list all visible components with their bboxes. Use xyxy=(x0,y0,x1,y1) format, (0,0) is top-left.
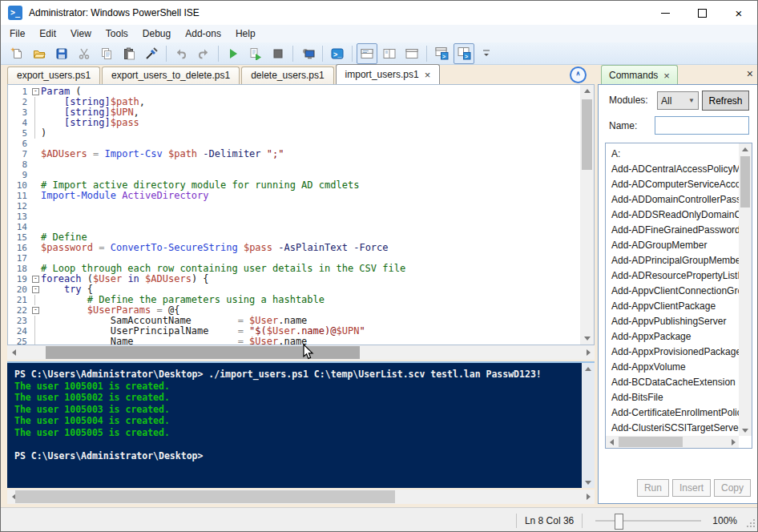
scroll-down-button[interactable] xyxy=(582,477,595,488)
scroll-down-button[interactable] xyxy=(580,332,594,345)
close-button[interactable]: × xyxy=(720,1,757,25)
scroll-down-button[interactable] xyxy=(739,425,752,436)
console-hscroll-thumb[interactable] xyxy=(15,490,395,503)
run-selection-button[interactable] xyxy=(245,43,266,64)
fold-gutter[interactable]: - xyxy=(31,274,41,284)
fold-collapse-icon[interactable]: - xyxy=(32,88,39,95)
editor-horizontal-scrollbar[interactable] xyxy=(7,345,595,360)
save-button[interactable] xyxy=(51,43,72,64)
menu-help[interactable]: Help xyxy=(228,25,263,42)
script-pane-badge-right-button[interactable]: > xyxy=(454,43,474,64)
fold-gutter[interactable]: - xyxy=(31,305,41,316)
open-script-button[interactable] xyxy=(29,43,50,64)
undo-button[interactable] xyxy=(171,43,192,64)
clear-console-pane-button[interactable] xyxy=(141,43,162,64)
command-list-item[interactable]: Add-ClusteriSCSITargetServerR xyxy=(606,421,739,436)
scroll-right-button[interactable] xyxy=(582,490,595,504)
fold-collapse-icon[interactable]: - xyxy=(32,286,39,293)
console-vertical-scrollbar[interactable] xyxy=(582,363,595,488)
modules-dropdown[interactable]: All ▼ xyxy=(657,91,699,110)
paste-button[interactable] xyxy=(119,43,139,64)
scroll-right-button[interactable] xyxy=(582,345,595,360)
console-pane[interactable]: PS C:\Users\Administrator\Desktop> ./imp… xyxy=(7,363,595,488)
scroll-right-button[interactable] xyxy=(728,436,739,448)
command-list-item[interactable]: Add-AppvClientPackage xyxy=(606,299,739,314)
new-script-button[interactable] xyxy=(6,43,27,64)
script-editor-pane[interactable]: 1-Param (2 [string]$path,3 [string]$UPN,… xyxy=(7,84,595,345)
command-list-item[interactable]: Add-ADDSReadOnlyDomainCo xyxy=(606,208,739,223)
stop-operation-button[interactable] xyxy=(268,43,288,64)
command-list-vertical-scrollbar[interactable] xyxy=(739,143,752,436)
scroll-left-button[interactable] xyxy=(606,436,617,448)
commands-tab-close-icon[interactable]: × xyxy=(663,71,670,81)
editor-vertical-scrollbar[interactable] xyxy=(580,85,594,345)
run-button[interactable]: Run xyxy=(637,479,669,497)
run-script-button[interactable] xyxy=(223,43,244,64)
fold-gutter[interactable]: - xyxy=(31,87,41,97)
show-script-pane-top-button[interactable] xyxy=(357,43,377,64)
console-output[interactable]: PS C:\Users\Administrator\Desktop> ./imp… xyxy=(14,369,580,488)
tab-close-icon[interactable]: × xyxy=(425,70,431,80)
scroll-up-button[interactable] xyxy=(739,143,752,155)
minimize-button[interactable] xyxy=(647,1,683,25)
command-list-item[interactable]: Add-ADFineGrainedPasswordP xyxy=(606,223,739,238)
title-bar[interactable]: >_ Administrator: Windows PowerShell ISE… xyxy=(1,1,757,25)
fold-collapse-icon[interactable]: - xyxy=(32,276,39,283)
command-list-item[interactable]: Add-AppxVolume xyxy=(606,360,739,375)
fold-collapse-icon[interactable]: - xyxy=(32,307,39,314)
menu-file[interactable]: File xyxy=(2,25,32,42)
zoom-slider-handle[interactable] xyxy=(615,514,623,530)
command-list-item[interactable]: Add-CertificateEnrollmentPolicy xyxy=(606,405,739,421)
console-horizontal-scrollbar[interactable] xyxy=(7,490,595,504)
tab-export_users_to_delete-ps1[interactable]: export_users_to_delete.ps1 xyxy=(102,66,240,84)
command-list-item[interactable]: Add-ADComputerServiceAccou xyxy=(606,177,739,192)
panel-close-icon[interactable]: × xyxy=(747,67,753,80)
command-list-item[interactable]: Add-AppvClientConnectionGro xyxy=(606,284,739,299)
command-list-item[interactable]: Add-ADPrincipalGroupMember xyxy=(606,253,739,268)
copy-button[interactable]: Copy xyxy=(714,479,751,497)
redo-button[interactable] xyxy=(193,43,214,64)
script-pane-badge-top-button[interactable]: > xyxy=(431,43,452,64)
scroll-left-button[interactable] xyxy=(7,345,20,360)
menu-view[interactable]: View xyxy=(63,25,99,42)
command-list-item[interactable]: A: xyxy=(606,147,739,162)
command-name-input[interactable] xyxy=(655,116,749,135)
start-powershell-exe-button[interactable]: >_ xyxy=(327,43,348,64)
tab-delete_users-ps1[interactable]: delete_users.ps1 xyxy=(241,66,333,84)
command-list[interactable]: A:Add-ADCentralAccessPolicyMeAdd-ADCompu… xyxy=(605,143,752,449)
command-list-item[interactable]: Add-AppxProvisionedPackage xyxy=(606,345,739,360)
tab-import_users-ps1[interactable]: import_users.ps1× xyxy=(336,64,441,84)
command-list-item[interactable]: Add-ADDomainControllerPassw xyxy=(606,192,739,208)
editor-vscroll-thumb[interactable] xyxy=(582,99,592,170)
menu-edit[interactable]: Edit xyxy=(32,25,63,42)
command-list-horizontal-scrollbar[interactable] xyxy=(606,436,739,448)
scroll-up-button[interactable] xyxy=(580,85,594,97)
command-list-item[interactable]: Add-AppvPublishingServer xyxy=(606,314,739,329)
menu-debug[interactable]: Debug xyxy=(135,25,178,42)
show-script-pane-maximized-button[interactable] xyxy=(401,43,422,64)
zoom-slider[interactable] xyxy=(595,520,701,522)
command-list-vscroll-thumb[interactable] xyxy=(740,156,750,208)
insert-button[interactable]: Insert xyxy=(672,479,711,497)
refresh-button[interactable]: Refresh xyxy=(702,91,749,111)
command-list-item[interactable]: Add-BCDataCacheExtension xyxy=(606,375,739,390)
collapse-script-pane-button[interactable]: ∧ xyxy=(570,66,587,83)
menu-addons[interactable]: Add-ons xyxy=(178,25,228,42)
maximize-button[interactable] xyxy=(683,1,720,25)
menu-tools[interactable]: Tools xyxy=(99,25,135,42)
cut-button[interactable] xyxy=(74,43,95,64)
command-list-hscroll-thumb[interactable] xyxy=(619,437,683,447)
command-list-item[interactable]: Add-ADCentralAccessPolicyMe xyxy=(606,162,739,177)
resize-grip[interactable] xyxy=(745,518,755,527)
fold-gutter[interactable]: - xyxy=(31,284,41,295)
command-list-item[interactable]: Add-ADGroupMember xyxy=(606,238,739,253)
tab-export_users-ps1[interactable]: export_users.ps1 xyxy=(7,66,100,84)
overflow-button[interactable] xyxy=(476,43,497,64)
new-remote-powershell-tab-button[interactable] xyxy=(297,43,318,64)
command-list-item[interactable]: Add-AppxPackage xyxy=(606,329,739,345)
command-list-item[interactable]: Add-BitsFile xyxy=(606,390,739,405)
commands-tab[interactable]: Commands × xyxy=(601,65,678,85)
script-code[interactable]: 1-Param (2 [string]$path,3 [string]$UPN,… xyxy=(8,87,580,345)
show-script-pane-right-button[interactable] xyxy=(379,43,400,64)
scroll-up-button[interactable] xyxy=(582,363,595,374)
